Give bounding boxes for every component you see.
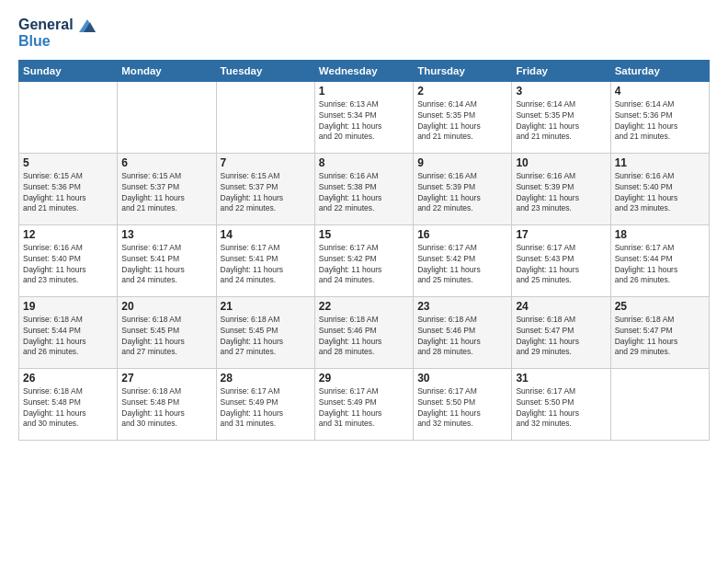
page: General Blue Sunday Monday Tuesday Wedne…	[0, 0, 728, 563]
day-number: 19	[23, 300, 113, 313]
table-cell: 19Sunrise: 6:18 AM Sunset: 5:44 PM Dayli…	[19, 296, 118, 368]
table-cell: 28Sunrise: 6:17 AM Sunset: 5:49 PM Dayli…	[216, 368, 314, 440]
table-cell: 20Sunrise: 6:18 AM Sunset: 5:45 PM Dayli…	[118, 296, 216, 368]
day-info: Sunrise: 6:16 AM Sunset: 5:40 PM Dayligh…	[615, 171, 705, 215]
day-number: 4	[615, 85, 705, 98]
table-cell: 30Sunrise: 6:17 AM Sunset: 5:50 PM Dayli…	[414, 368, 512, 440]
day-info: Sunrise: 6:13 AM Sunset: 5:34 PM Dayligh…	[319, 99, 409, 144]
weekday-header-row: Sunday Monday Tuesday Wednesday Thursday…	[19, 60, 710, 81]
table-cell: 21Sunrise: 6:18 AM Sunset: 5:45 PM Dayli…	[216, 296, 314, 368]
day-info: Sunrise: 6:17 AM Sunset: 5:49 PM Dayligh…	[221, 386, 311, 431]
day-info: Sunrise: 6:17 AM Sunset: 5:50 PM Dayligh…	[516, 386, 606, 431]
day-number: 31	[516, 372, 606, 385]
day-number: 21	[221, 300, 311, 313]
table-cell: 3Sunrise: 6:14 AM Sunset: 5:35 PM Daylig…	[512, 81, 610, 153]
day-info: Sunrise: 6:14 AM Sunset: 5:35 PM Dayligh…	[417, 99, 507, 144]
day-number: 23	[417, 300, 507, 313]
table-cell: 22Sunrise: 6:18 AM Sunset: 5:46 PM Dayli…	[314, 296, 413, 368]
table-cell: 29Sunrise: 6:17 AM Sunset: 5:49 PM Dayli…	[314, 368, 413, 440]
header-sunday: Sunday	[19, 60, 118, 81]
table-cell: 8Sunrise: 6:16 AM Sunset: 5:38 PM Daylig…	[314, 153, 413, 224]
day-info: Sunrise: 6:17 AM Sunset: 5:49 PM Dayligh…	[319, 386, 409, 431]
table-cell: 18Sunrise: 6:17 AM Sunset: 5:44 PM Dayli…	[610, 224, 709, 296]
day-number: 22	[319, 300, 409, 313]
week-row-2: 5Sunrise: 6:15 AM Sunset: 5:36 PM Daylig…	[19, 153, 710, 224]
day-info: Sunrise: 6:17 AM Sunset: 5:41 PM Dayligh…	[121, 243, 211, 287]
day-info: Sunrise: 6:17 AM Sunset: 5:42 PM Dayligh…	[319, 243, 409, 287]
day-info: Sunrise: 6:17 AM Sunset: 5:43 PM Dayligh…	[516, 243, 606, 287]
week-row-1: 1Sunrise: 6:13 AM Sunset: 5:34 PM Daylig…	[19, 81, 710, 153]
day-info: Sunrise: 6:16 AM Sunset: 5:38 PM Dayligh…	[319, 171, 409, 215]
table-cell: 1Sunrise: 6:13 AM Sunset: 5:34 PM Daylig…	[314, 81, 413, 153]
table-cell: 4Sunrise: 6:14 AM Sunset: 5:36 PM Daylig…	[610, 81, 709, 153]
day-number: 5	[23, 156, 113, 169]
table-cell	[19, 81, 118, 153]
day-info: Sunrise: 6:15 AM Sunset: 5:37 PM Dayligh…	[221, 171, 311, 215]
day-number: 25	[615, 300, 705, 313]
table-cell: 7Sunrise: 6:15 AM Sunset: 5:37 PM Daylig…	[216, 153, 314, 224]
table-cell: 12Sunrise: 6:16 AM Sunset: 5:40 PM Dayli…	[19, 224, 118, 296]
header-friday: Friday	[512, 60, 610, 81]
day-number: 3	[516, 85, 606, 98]
day-number: 6	[121, 156, 211, 169]
day-number: 20	[121, 300, 211, 313]
day-info: Sunrise: 6:16 AM Sunset: 5:40 PM Dayligh…	[23, 243, 113, 287]
day-info: Sunrise: 6:15 AM Sunset: 5:36 PM Dayligh…	[23, 171, 113, 215]
day-number: 15	[319, 228, 409, 241]
day-number: 12	[23, 228, 113, 241]
day-info: Sunrise: 6:18 AM Sunset: 5:45 PM Dayligh…	[121, 315, 211, 359]
day-info: Sunrise: 6:17 AM Sunset: 5:42 PM Dayligh…	[417, 243, 507, 287]
table-cell: 27Sunrise: 6:18 AM Sunset: 5:48 PM Dayli…	[118, 368, 216, 440]
day-number: 1	[319, 85, 409, 98]
day-info: Sunrise: 6:18 AM Sunset: 5:46 PM Dayligh…	[319, 315, 409, 359]
table-cell: 17Sunrise: 6:17 AM Sunset: 5:43 PM Dayli…	[512, 224, 610, 296]
day-info: Sunrise: 6:18 AM Sunset: 5:47 PM Dayligh…	[516, 315, 606, 359]
day-number: 27	[121, 372, 211, 385]
logo-text: General Blue	[18, 17, 96, 51]
table-cell	[118, 81, 216, 153]
header-thursday: Thursday	[414, 60, 512, 81]
day-info: Sunrise: 6:14 AM Sunset: 5:35 PM Dayligh…	[516, 99, 606, 144]
table-cell	[610, 368, 709, 440]
day-number: 2	[417, 85, 507, 98]
day-number: 28	[221, 372, 311, 385]
table-cell	[216, 81, 314, 153]
table-cell: 11Sunrise: 6:16 AM Sunset: 5:40 PM Dayli…	[610, 153, 709, 224]
day-info: Sunrise: 6:14 AM Sunset: 5:36 PM Dayligh…	[615, 99, 705, 144]
day-info: Sunrise: 6:18 AM Sunset: 5:48 PM Dayligh…	[121, 386, 211, 431]
header: General Blue	[18, 17, 710, 51]
day-number: 16	[417, 228, 507, 241]
day-number: 30	[417, 372, 507, 385]
header-saturday: Saturday	[610, 60, 709, 81]
day-number: 13	[121, 228, 211, 241]
day-info: Sunrise: 6:17 AM Sunset: 5:41 PM Dayligh…	[221, 243, 311, 287]
table-cell: 10Sunrise: 6:16 AM Sunset: 5:39 PM Dayli…	[512, 153, 610, 224]
header-monday: Monday	[118, 60, 216, 81]
day-info: Sunrise: 6:18 AM Sunset: 5:45 PM Dayligh…	[221, 315, 311, 359]
day-info: Sunrise: 6:15 AM Sunset: 5:37 PM Dayligh…	[121, 171, 211, 215]
day-number: 8	[319, 156, 409, 169]
table-cell: 16Sunrise: 6:17 AM Sunset: 5:42 PM Dayli…	[414, 224, 512, 296]
calendar-table: Sunday Monday Tuesday Wednesday Thursday…	[18, 60, 710, 441]
header-tuesday: Tuesday	[216, 60, 314, 81]
table-cell: 9Sunrise: 6:16 AM Sunset: 5:39 PM Daylig…	[414, 153, 512, 224]
table-cell: 6Sunrise: 6:15 AM Sunset: 5:37 PM Daylig…	[118, 153, 216, 224]
day-info: Sunrise: 6:18 AM Sunset: 5:44 PM Dayligh…	[23, 315, 113, 359]
day-info: Sunrise: 6:18 AM Sunset: 5:48 PM Dayligh…	[23, 386, 113, 431]
table-cell: 25Sunrise: 6:18 AM Sunset: 5:47 PM Dayli…	[610, 296, 709, 368]
table-cell: 13Sunrise: 6:17 AM Sunset: 5:41 PM Dayli…	[118, 224, 216, 296]
week-row-5: 26Sunrise: 6:18 AM Sunset: 5:48 PM Dayli…	[19, 368, 710, 440]
logo: General Blue	[18, 17, 96, 51]
day-number: 14	[221, 228, 311, 241]
day-number: 29	[319, 372, 409, 385]
day-number: 9	[417, 156, 507, 169]
table-cell: 26Sunrise: 6:18 AM Sunset: 5:48 PM Dayli…	[19, 368, 118, 440]
table-cell: 23Sunrise: 6:18 AM Sunset: 5:46 PM Dayli…	[414, 296, 512, 368]
week-row-3: 12Sunrise: 6:16 AM Sunset: 5:40 PM Dayli…	[19, 224, 710, 296]
day-info: Sunrise: 6:18 AM Sunset: 5:47 PM Dayligh…	[615, 315, 705, 359]
day-number: 24	[516, 300, 606, 313]
table-cell: 5Sunrise: 6:15 AM Sunset: 5:36 PM Daylig…	[19, 153, 118, 224]
table-cell: 31Sunrise: 6:17 AM Sunset: 5:50 PM Dayli…	[512, 368, 610, 440]
day-info: Sunrise: 6:17 AM Sunset: 5:44 PM Dayligh…	[615, 243, 705, 287]
table-cell: 15Sunrise: 6:17 AM Sunset: 5:42 PM Dayli…	[314, 224, 413, 296]
